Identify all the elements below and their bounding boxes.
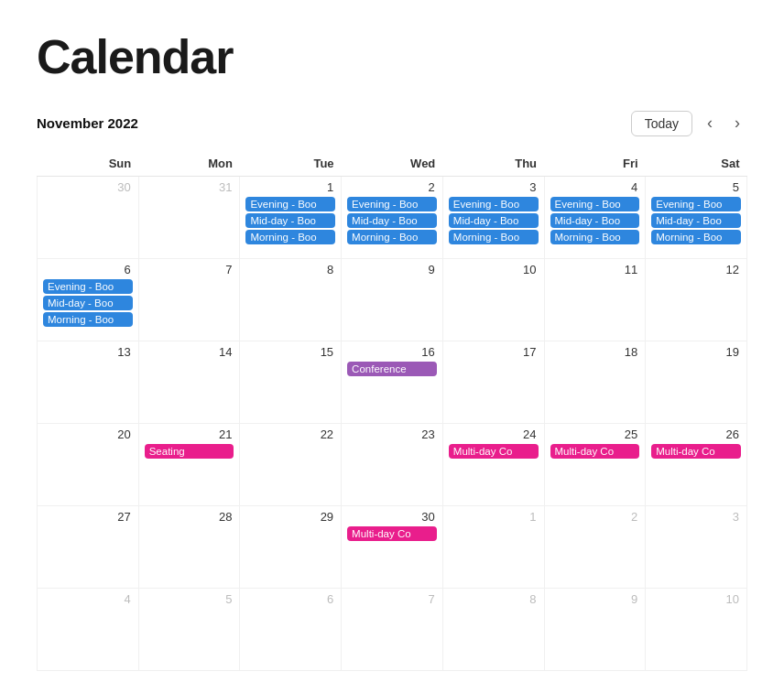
- day-number: 8: [449, 592, 539, 606]
- calendar-event[interactable]: Seating: [145, 444, 234, 459]
- calendar-event[interactable]: Evening - Boo: [449, 197, 539, 211]
- calendar-day[interactable]: 29: [240, 506, 342, 589]
- calendar-day[interactable]: 10: [442, 259, 544, 341]
- calendar-day[interactable]: 28: [138, 506, 240, 589]
- calendar-day[interactable]: 4Evening - BooMid-day - BooMorning - Boo: [544, 177, 646, 259]
- calendar-event[interactable]: Morning - Boo: [550, 230, 640, 244]
- calendar-event[interactable]: Morning - Boo: [651, 230, 741, 244]
- today-button[interactable]: Today: [631, 111, 692, 136]
- calendar-event[interactable]: Mid-day - Boo: [43, 296, 133, 310]
- calendar-event[interactable]: Morning - Boo: [245, 230, 335, 244]
- calendar-event[interactable]: Mid-day - Boo: [651, 213, 741, 228]
- calendar-event[interactable]: Mid-day - Boo: [347, 213, 437, 228]
- calendar-day[interactable]: 4: [38, 589, 139, 671]
- calendar-day[interactable]: 14: [138, 341, 240, 424]
- calendar-day[interactable]: 2: [544, 506, 646, 589]
- calendar-day[interactable]: 31: [138, 177, 240, 259]
- calendar-day[interactable]: 8: [240, 259, 342, 341]
- day-number: 27: [43, 510, 133, 524]
- calendar-day[interactable]: 2Evening - BooMid-day - BooMorning - Boo: [342, 177, 443, 259]
- day-number: 7: [347, 592, 437, 606]
- calendar-event[interactable]: Evening - Boo: [651, 197, 741, 211]
- calendar-day[interactable]: 23: [342, 424, 443, 506]
- day-number: 4: [43, 592, 133, 606]
- calendar-event[interactable]: Mid-day - Boo: [245, 213, 335, 228]
- calendar-day[interactable]: 9: [544, 589, 646, 671]
- calendar-event[interactable]: Mid-day - Boo: [449, 213, 539, 228]
- day-number: 14: [145, 345, 234, 359]
- day-number: 28: [145, 510, 234, 524]
- day-number: 15: [245, 345, 335, 359]
- calendar-event[interactable]: Evening - Boo: [245, 197, 335, 211]
- day-number: 6: [43, 263, 133, 276]
- calendar-day[interactable]: 9: [342, 259, 443, 341]
- calendar-event[interactable]: Morning - Boo: [449, 230, 539, 244]
- calendar-event[interactable]: Mid-day - Boo: [550, 213, 640, 228]
- calendar-week-5: 45678910: [38, 589, 747, 671]
- calendar-grid: SunMonTueWedThuFriSat 30311Evening - Boo…: [37, 151, 747, 671]
- page-title: Calendar: [37, 29, 747, 84]
- calendar-day[interactable]: 7: [138, 259, 240, 341]
- weekday-header-sun: Sun: [38, 151, 139, 177]
- calendar-week-1: 6Evening - BooMid-day - BooMorning - Boo…: [38, 259, 747, 341]
- day-number: 13: [43, 345, 133, 359]
- calendar-day[interactable]: 17: [442, 341, 544, 424]
- day-number: 18: [550, 345, 640, 359]
- calendar-day[interactable]: 1Evening - BooMid-day - BooMorning - Boo: [240, 177, 342, 259]
- day-number: 29: [245, 510, 335, 524]
- prev-month-button[interactable]: ‹: [700, 110, 720, 136]
- day-number: 7: [145, 263, 234, 276]
- calendar-day[interactable]: 3Evening - BooMid-day - BooMorning - Boo: [442, 177, 544, 259]
- calendar-day[interactable]: 5Evening - BooMid-day - BooMorning - Boo: [646, 177, 747, 259]
- day-number: 21: [145, 428, 234, 441]
- calendar-day[interactable]: 26Multi-day Co: [646, 424, 747, 506]
- calendar-day[interactable]: 12: [646, 259, 747, 341]
- calendar-header: November 2022 Today ‹ ›: [37, 110, 747, 136]
- day-number: 2: [347, 180, 437, 194]
- calendar-event[interactable]: Morning - Boo: [43, 312, 133, 327]
- day-number: 4: [550, 180, 640, 194]
- calendar-event[interactable]: Multi-day Co: [550, 444, 640, 459]
- next-month-button[interactable]: ›: [727, 110, 747, 136]
- day-number: 9: [347, 263, 437, 276]
- calendar-day[interactable]: 18: [544, 341, 646, 424]
- day-number: 1: [245, 180, 335, 194]
- calendar-day[interactable]: 25Multi-day Co: [544, 424, 646, 506]
- calendar-week-0: 30311Evening - BooMid-day - BooMorning -…: [38, 177, 747, 259]
- calendar-day[interactable]: 7: [342, 589, 443, 671]
- calendar-day[interactable]: 21Seating: [138, 424, 240, 506]
- calendar-event[interactable]: Multi-day Co: [651, 444, 741, 459]
- calendar-day[interactable]: 6: [240, 589, 342, 671]
- calendar-event[interactable]: Conference: [347, 362, 437, 376]
- calendar-day[interactable]: 20: [38, 424, 139, 506]
- calendar-day[interactable]: 11: [544, 259, 646, 341]
- day-number: 5: [145, 592, 234, 606]
- calendar-day[interactable]: 16Conference: [342, 341, 443, 424]
- calendar-day[interactable]: 27: [38, 506, 139, 589]
- calendar-event[interactable]: Multi-day Co: [449, 444, 539, 459]
- calendar-day[interactable]: 24Multi-day Co: [442, 424, 544, 506]
- calendar-day[interactable]: 19: [646, 341, 747, 424]
- calendar-event[interactable]: Multi-day Co: [347, 526, 437, 541]
- calendar-day[interactable]: 30: [38, 177, 139, 259]
- calendar-event[interactable]: Evening - Boo: [550, 197, 640, 211]
- day-number: 8: [245, 263, 335, 276]
- calendar-day[interactable]: 10: [646, 589, 747, 671]
- day-number: 23: [347, 428, 437, 441]
- calendar-day[interactable]: 22: [240, 424, 342, 506]
- calendar-day[interactable]: 15: [240, 341, 342, 424]
- calendar-day[interactable]: 6Evening - BooMid-day - BooMorning - Boo: [38, 259, 139, 341]
- calendar-day[interactable]: 30Multi-day Co: [342, 506, 443, 589]
- calendar-day[interactable]: 1: [442, 506, 544, 589]
- day-number: 24: [449, 428, 539, 441]
- weekday-header-sat: Sat: [646, 151, 747, 177]
- calendar-day[interactable]: 8: [442, 589, 544, 671]
- calendar-day[interactable]: 13: [38, 341, 139, 424]
- calendar-day[interactable]: 5: [138, 589, 240, 671]
- day-number: 11: [550, 263, 640, 276]
- day-number: 30: [347, 510, 437, 524]
- calendar-event[interactable]: Morning - Boo: [347, 230, 437, 244]
- calendar-event[interactable]: Evening - Boo: [43, 279, 133, 294]
- calendar-day[interactable]: 3: [646, 506, 747, 589]
- calendar-event[interactable]: Evening - Boo: [347, 197, 437, 211]
